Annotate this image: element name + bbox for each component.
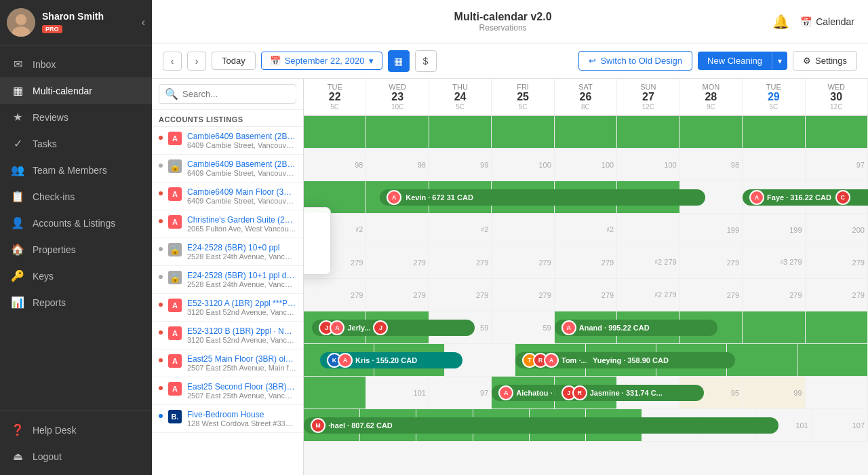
cell: T R A Tom ·... xyxy=(515,344,586,376)
collapse-button[interactable]: ‹ xyxy=(142,16,145,28)
today-button[interactable]: Today xyxy=(212,52,256,70)
guest-avatar-3: J xyxy=(373,320,388,335)
day-col-23: WED 23 10C xyxy=(366,79,429,115)
day-count: 12C xyxy=(620,103,676,111)
reservation-label: ·hael · 807.62 CAD xyxy=(328,421,393,430)
grid-header: TUE 22 5C WED 23 10C THU 24 5C FRI 25 xyxy=(304,79,868,116)
team-icon: 👥 xyxy=(11,164,24,176)
list-item[interactable]: A E52-3120 B (1BR) 2ppl · Need Priv... 3… xyxy=(152,322,303,349)
listings-list: A Cambie6409 Basement (2BR) 4+1 ... 6409… xyxy=(152,127,303,475)
cell: J R Jasmine · 331.74 C... xyxy=(555,377,617,408)
reservation-anand[interactable]: A Anand · 995.22 CAD xyxy=(555,320,717,336)
cell: 279 xyxy=(680,279,743,311)
platform-icon: 🔒 xyxy=(168,243,182,256)
list-item[interactable]: A Cambie6409 Basement (2BR) 4+1 ... 6409… xyxy=(152,127,303,155)
logout-icon: ⏏ xyxy=(11,450,24,463)
cell-num: 98 xyxy=(731,161,739,169)
list-item[interactable]: 🔒 E24-2528 (5BR) 10+0 ppl 2528 East 24th… xyxy=(152,238,303,266)
list-item[interactable]: 🔒 E24-2528 (5BR) 10+1 ppl dupl 2528 East… xyxy=(152,266,303,294)
new-cleaning-dropdown-button[interactable]: ▾ xyxy=(772,52,787,70)
list-item[interactable]: A East25 Main Floor (3BR) old listing ..… xyxy=(152,349,303,377)
reports-icon: 📊 xyxy=(11,296,24,309)
new-cleaning-group: New Cleaning ▾ xyxy=(698,52,787,70)
reservation-yueying[interactable]: Yueying · 358.90 CAD xyxy=(586,352,735,368)
calendar-area: 🔍 Accounts Listings A Cambie6409 Basemen… xyxy=(152,79,868,475)
sidebar-item-accounts[interactable]: 👤 Accounts & Listings xyxy=(0,210,152,236)
sidebar-item-properties[interactable]: 🏠 Properties xyxy=(0,236,152,263)
cell xyxy=(806,311,868,343)
listing-name: E52-3120 B (1BR) 2ppl · Need Priv... xyxy=(187,326,296,336)
sidebar: Sharon Smith PRO ‹ ✉ Inbox ▦ Multi-calen… xyxy=(0,0,152,475)
reservation-kris[interactable]: K A Kris · 155.20 CAD xyxy=(320,352,462,368)
reservation-jerly[interactable]: J A Jerly... J xyxy=(312,320,475,336)
sidebar-item-keys[interactable]: 🔑 Keys xyxy=(0,263,152,289)
price-view-button[interactable]: $ xyxy=(415,50,437,72)
platform-icon: A xyxy=(168,354,182,368)
cell: A Kevin · 672 31 CAD xyxy=(617,181,679,213)
list-item[interactable]: B. Five-Bedroom House 128 West Cordova S… xyxy=(152,405,303,433)
cell: 199 xyxy=(743,214,805,246)
list-item[interactable]: A Cambie6409 Main Floor (3BR) 6+1... 640… xyxy=(152,183,303,210)
user-name: Sharon Smith xyxy=(42,11,135,22)
reservation-jasmine[interactable]: J R Jasmine · 331.74 C... xyxy=(555,385,704,401)
platform-icon: B. xyxy=(168,410,182,423)
sidebar-item-inbox[interactable]: ✉ Inbox xyxy=(0,51,152,77)
listing-info: E52-3120 A (1BR) 2ppl ***Private ... 312… xyxy=(187,299,296,316)
new-cleaning-button[interactable]: New Cleaning xyxy=(698,52,772,70)
settings-button[interactable]: ⚙ Settings xyxy=(793,51,857,71)
calendar-small-icon: 📅 xyxy=(270,56,281,66)
reservation-label: Tom ·... xyxy=(561,356,587,364)
reservation-kevin[interactable]: A Kevin · 672 31 CAD xyxy=(380,189,705,206)
sidebar-item-tasks[interactable]: ✓ Tasks xyxy=(0,130,152,157)
cell: 279 xyxy=(429,246,492,278)
list-item[interactable]: A East25 Second Floor (3BR) 8+0 ppl 2507… xyxy=(152,377,303,405)
list-item[interactable]: A E52-3120 A (1BR) 2ppl ***Private ... 3… xyxy=(152,294,303,322)
grid-view-button[interactable]: ▦ xyxy=(388,50,410,72)
star-icon: ★ xyxy=(11,111,24,124)
prev-button[interactable]: ‹ xyxy=(163,52,182,71)
guest-avatar: A xyxy=(387,190,401,205)
cell: 279 xyxy=(366,279,429,311)
listing-name: Cambie6409 Basement (2BR) 4+1 ... xyxy=(187,159,296,169)
list-item[interactable]: A Christine's Garden Suite (2BR) 2+0 ...… xyxy=(152,210,303,238)
listing-name: Cambie6409 Main Floor (3BR) 6+1... xyxy=(187,187,296,197)
sidebar-item-checkins[interactable]: 📋 Check-ins xyxy=(0,183,152,210)
day-name: WED xyxy=(369,83,425,91)
grid-row-1 xyxy=(304,116,868,149)
sidebar-item-team[interactable]: 👥 Team & Members xyxy=(0,157,152,183)
day-name: WED xyxy=(808,83,865,91)
notification-bell-icon[interactable]: 🔔 xyxy=(772,14,789,30)
cell xyxy=(366,116,429,148)
listing-addr: 6409 Cambie Street, Vancouver, B... xyxy=(187,197,296,205)
guest-avatar-2: R xyxy=(572,385,587,400)
sidebar-item-reviews[interactable]: ★ Reviews xyxy=(0,104,152,130)
platform-icon: 🔒 xyxy=(168,159,182,173)
cell: Yueying · 358.90 CAD xyxy=(586,344,656,376)
avatar xyxy=(7,8,35,37)
sidebar-item-help[interactable]: ❓ Help Desk xyxy=(0,417,152,443)
next-button[interactable]: › xyxy=(187,52,206,71)
cell: 279 xyxy=(806,279,868,311)
listing-addr: 2528 East 24th Avenue, Vancouver... xyxy=(187,252,296,261)
day-count: 5C xyxy=(494,103,551,111)
day-count: 5C xyxy=(745,103,802,111)
reservation-michael[interactable]: M ·hael · 807.62 CAD xyxy=(304,417,778,434)
switch-design-button[interactable]: ↩ Switch to Old Design xyxy=(578,51,692,71)
sidebar-item-label: Properties xyxy=(33,244,76,255)
reservation-faye[interactable]: A Faye · 316.22 CAD C xyxy=(743,189,868,206)
listing-info: Cambie6409 Basement (2BR) 4+1 ... 6409 C… xyxy=(187,132,296,149)
day-count: 5C xyxy=(307,103,363,111)
topbar-right: 🔔 📅 Calendar xyxy=(772,14,854,30)
sidebar-item-reports[interactable]: 📊 Reports xyxy=(0,289,152,316)
sidebar-item-multi-calendar[interactable]: ▦ Multi-calendar xyxy=(0,77,152,104)
platform-icon: A xyxy=(168,187,182,201)
sidebar-item-label: Help Desk xyxy=(33,425,77,436)
search-input[interactable] xyxy=(182,89,296,99)
date-label: September 22, 2020 xyxy=(285,56,365,66)
listing-info: East25 Main Floor (3BR) old listing ... … xyxy=(187,354,296,372)
date-picker-button[interactable]: 📅 September 22, 2020 ▾ xyxy=(261,52,382,70)
calendar-view-button[interactable]: 📅 Calendar xyxy=(800,16,854,27)
day-name: SAT xyxy=(557,83,614,91)
list-item[interactable]: 🔒 Cambie6409 Basement (2BR) 4+1 ... 6409… xyxy=(152,155,303,183)
sidebar-item-logout[interactable]: ⏏ Logout xyxy=(0,443,152,470)
